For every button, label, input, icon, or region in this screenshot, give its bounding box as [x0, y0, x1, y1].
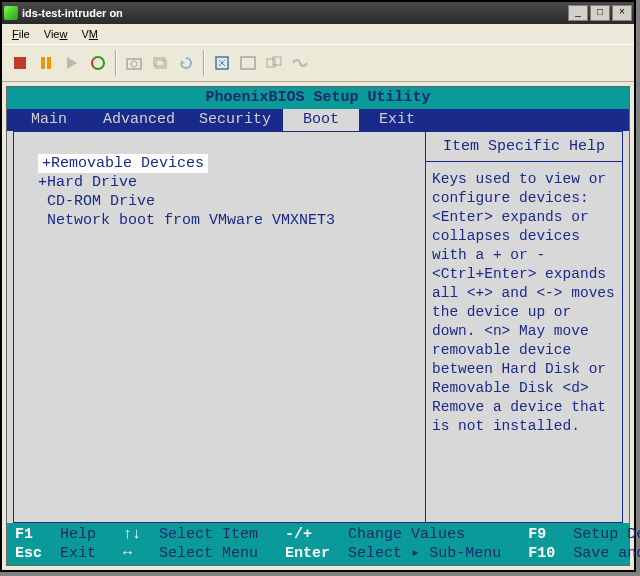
bios-tab-security[interactable]: Security: [187, 109, 283, 131]
unity-icon: [266, 56, 282, 70]
pause-button[interactable]: [34, 51, 58, 75]
snapshot-button[interactable]: [122, 51, 146, 75]
connect-icon: [291, 56, 309, 70]
window-title: ids-test-intruder on: [22, 7, 123, 19]
pause-icon: [41, 57, 51, 69]
snapshot-manager-button[interactable]: [148, 51, 172, 75]
refresh-icon: [91, 56, 105, 70]
bios-help-title: Item Specific Help: [426, 132, 622, 162]
menu-view[interactable]: View: [38, 26, 74, 42]
svg-point-1: [131, 61, 137, 67]
unity-button[interactable]: [262, 51, 286, 75]
settings-icon: [214, 55, 230, 71]
refresh-button[interactable]: [86, 51, 110, 75]
fullscreen-icon: [240, 56, 256, 70]
bios-tab-main[interactable]: Main: [7, 109, 91, 131]
bios-boot-list[interactable]: Removable DevicesHard DriveCD-ROM DriveN…: [14, 132, 426, 522]
stop-button[interactable]: [8, 51, 32, 75]
svg-rect-6: [267, 59, 275, 67]
play-icon: [67, 57, 77, 69]
bios-footer: F1 Help ↑↓ Select Item -/+ Change Values…: [7, 523, 629, 565]
menubar: File View VM: [2, 24, 634, 44]
toolbar-separator: [203, 50, 205, 76]
menu-file[interactable]: File: [6, 26, 36, 42]
titlebar[interactable]: ids-test-intruder on _ □ ×: [2, 2, 634, 24]
bios-tab-advanced[interactable]: Advanced: [91, 109, 187, 131]
boot-item[interactable]: CD-ROM Drive: [20, 192, 419, 211]
boot-item[interactable]: Hard Drive: [20, 173, 419, 192]
close-button[interactable]: ×: [612, 5, 632, 21]
snapshot-icon: [152, 56, 168, 70]
revert-icon: [178, 56, 194, 70]
fullscreen-button[interactable]: [236, 51, 260, 75]
menu-vm[interactable]: VM: [75, 26, 104, 42]
bios-tabbar: MainAdvancedSecurityBootExit: [7, 109, 629, 131]
bios-tab-exit[interactable]: Exit: [359, 109, 435, 131]
play-button[interactable]: [60, 51, 84, 75]
settings-button[interactable]: [210, 51, 234, 75]
boot-item-selected[interactable]: Removable Devices: [38, 154, 208, 173]
bios-title: PhoenixBIOS Setup Utility: [7, 87, 629, 109]
maximize-button[interactable]: □: [590, 5, 610, 21]
toolbar: [2, 44, 634, 82]
revert-button[interactable]: [174, 51, 198, 75]
camera-icon: [126, 56, 142, 70]
bios-help-text: Keys used to view or configure devices: …: [426, 162, 622, 444]
boot-item[interactable]: Network boot from VMware VMXNET3: [20, 211, 419, 230]
minimize-button[interactable]: _: [568, 5, 588, 21]
app-icon: [4, 6, 18, 20]
bios-screen[interactable]: PhoenixBIOS Setup Utility MainAdvancedSe…: [6, 86, 630, 566]
bios-tab-boot[interactable]: Boot: [283, 109, 359, 131]
toolbar-separator: [115, 50, 117, 76]
connect-devices-button[interactable]: [288, 51, 312, 75]
svg-rect-7: [273, 57, 281, 65]
stop-icon: [14, 57, 26, 69]
bios-help-panel: Item Specific Help Keys used to view or …: [426, 132, 622, 522]
svg-rect-5: [241, 57, 255, 69]
vm-console-window: ids-test-intruder on _ □ × File View VM …: [0, 0, 636, 572]
